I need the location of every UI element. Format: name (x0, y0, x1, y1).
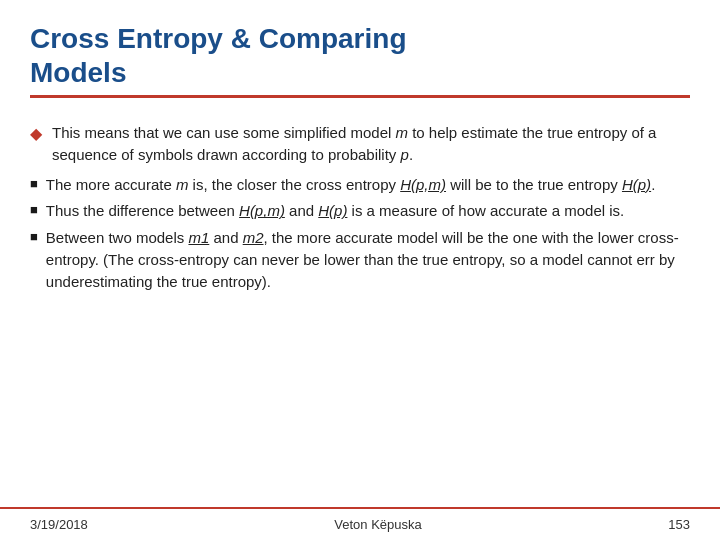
footer: 3/19/2018 Veton Këpuska 153 (0, 507, 720, 540)
sub-bullet-text-3: Between two models m1 and m2, the more a… (46, 227, 690, 292)
content-area: ◆ This means that we can use some simpli… (0, 106, 720, 507)
footer-author: Veton Këpuska (334, 517, 421, 532)
title-divider (30, 95, 690, 98)
sub-bullet-text-2: Thus the difference between H(p,m) and H… (46, 200, 624, 222)
square-bullet-icon-1: ■ (30, 176, 38, 191)
square-bullet-icon-3: ■ (30, 229, 38, 244)
diamond-bullet-icon: ◆ (30, 124, 42, 143)
square-bullet-icon-2: ■ (30, 202, 38, 217)
main-bullet: ◆ This means that we can use some simpli… (30, 122, 690, 166)
title-line1: Cross Entropy & Comparing (30, 23, 406, 54)
sub-bullet-2: ■ Thus the difference between H(p,m) and… (30, 200, 690, 222)
title-line2: Models (30, 57, 126, 88)
sub-bullet-1: ■ The more accurate m is, the closer the… (30, 174, 690, 196)
header: Cross Entropy & Comparing Models (0, 0, 720, 106)
sub-bullets-container: ■ The more accurate m is, the closer the… (30, 174, 690, 293)
slide-title: Cross Entropy & Comparing Models (30, 22, 690, 89)
footer-date: 3/19/2018 (30, 517, 88, 532)
sub-bullet-3: ■ Between two models m1 and m2, the more… (30, 227, 690, 292)
footer-page: 153 (668, 517, 690, 532)
main-bullet-text: This means that we can use some simplifi… (52, 122, 690, 166)
slide: Cross Entropy & Comparing Models ◆ This … (0, 0, 720, 540)
sub-bullet-text-1: The more accurate m is, the closer the c… (46, 174, 655, 196)
